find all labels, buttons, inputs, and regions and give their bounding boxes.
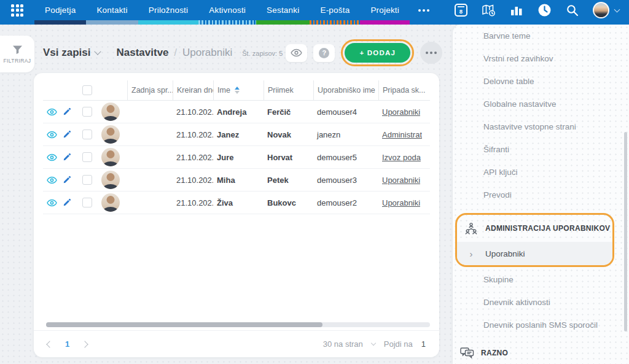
nav-tab-kontakti[interactable]: Kontakti <box>86 0 138 20</box>
more-actions-button[interactable] <box>420 42 442 64</box>
cell-first-name: Živa <box>213 192 264 214</box>
chevron-down-icon[interactable] <box>371 341 376 346</box>
group-link[interactable]: Uporabniki <box>382 176 420 185</box>
group-link[interactable]: Uporabniki <box>382 107 420 117</box>
cell-username: demouser3 <box>313 169 378 192</box>
view-selector-dropdown[interactable]: Vsi zapisi <box>43 47 100 59</box>
nav-tab-label: Kontakti <box>96 6 127 15</box>
cell-created: 21.10.202... <box>173 101 213 123</box>
next-page-icon[interactable] <box>82 341 88 347</box>
cell-last-name: Novak <box>264 123 313 146</box>
goto-page-input[interactable]: 1 <box>421 339 426 349</box>
pagination-settings: 30 na stran Pojdi na 1 <box>323 339 426 349</box>
nav-tab-podjetja[interactable]: Podjetja <box>34 0 86 20</box>
cell-created: 21.10.202... <box>173 192 213 214</box>
row-checkbox[interactable] <box>82 152 92 162</box>
table-row: 21.10.202... Jure Horvat demouser5 Izvoz… <box>43 146 430 169</box>
header-first-name[interactable]: Ime <box>213 80 264 100</box>
filter-panel-tab[interactable]: FILTRIRAJ <box>0 36 34 72</box>
selected-item-label: Uporabniki <box>485 249 525 258</box>
select-all-checkbox[interactable] <box>82 85 92 95</box>
nav-tab-label: Aktivnosti <box>209 6 246 15</box>
current-page[interactable]: 1 <box>65 339 69 349</box>
panel-scrollbar-thumb[interactable] <box>624 132 627 331</box>
admin-section-highlight: ADMINISTRACIJA UPORABNIKOV Uporabniki <box>455 213 614 267</box>
planner-icon <box>482 4 496 17</box>
row-checkbox[interactable] <box>82 198 92 207</box>
view-record-icon[interactable] <box>47 199 57 207</box>
header-last-name[interactable]: Priimek <box>264 80 313 100</box>
horizontal-scrollbar-thumb[interactable] <box>46 322 322 327</box>
sidebar-item-dnevnik-sms[interactable]: Dnevnik poslanih SMS sporočil <box>453 314 629 336</box>
edit-record-icon[interactable] <box>63 130 71 139</box>
header-username[interactable]: Uporabniško ime <box>313 80 378 100</box>
view-record-icon[interactable] <box>47 153 57 161</box>
sidebar-item-api-kljuci[interactable]: API ključi <box>453 161 629 184</box>
group-link[interactable]: Uporabniki <box>382 198 420 207</box>
view-record-icon[interactable] <box>47 176 57 184</box>
cell-username: janezn <box>313 123 378 146</box>
sidebar-item-nastavitve-vstopne-strani[interactable]: Nastavitve vstopne strani <box>453 115 629 138</box>
per-page-select[interactable]: 30 na stran <box>323 339 363 349</box>
search-icon <box>566 4 579 17</box>
add-record-button[interactable]: + DODAJ <box>345 43 410 63</box>
sidebar-item-vrstni-red-zavihkov[interactable]: Vrstni red zavihkov <box>453 47 629 70</box>
row-checkbox[interactable] <box>82 175 92 185</box>
sidebar-section-administracija-uporabnikov[interactable]: ADMINISTRACIJA UPORABNIKOV <box>457 215 612 242</box>
sidebar-item-dnevnik-aktivnosti[interactable]: Dnevnik aktivnosti <box>453 291 629 314</box>
time-tracking-button[interactable] <box>537 3 552 17</box>
sidebar-item-sifranti[interactable]: Šifranti <box>453 138 629 161</box>
nav-tab-sestanki[interactable]: Sestanki <box>256 0 310 20</box>
view-record-icon[interactable] <box>47 131 57 139</box>
cell-last-name: Petek <box>264 169 313 192</box>
header-created[interactable]: Kreiran dne <box>173 80 213 100</box>
nav-tab-label: Podjetja <box>45 6 76 15</box>
apps-grid-button[interactable] <box>0 0 34 20</box>
cell-first-name: Jure <box>213 146 264 169</box>
nav-tab-projekti[interactable]: Projekti <box>360 0 410 20</box>
row-checkbox[interactable] <box>82 107 92 117</box>
prev-page-icon[interactable] <box>46 341 53 347</box>
settings-panel: Barvne teme Vrstni red zavihkov Delovne … <box>453 25 629 364</box>
search-button[interactable] <box>566 4 579 17</box>
nav-more-tabs-button[interactable] <box>410 0 438 20</box>
group-link[interactable]: Izvoz poda <box>382 153 421 162</box>
cell-last-change <box>127 123 173 146</box>
nav-tab-underline <box>34 20 86 25</box>
records-count: Št. zapisov: 5 <box>242 50 283 57</box>
cell-created: 21.10.202... <box>173 146 213 169</box>
reports-button[interactable] <box>510 4 523 17</box>
planner-button[interactable] <box>482 4 496 17</box>
sidebar-item-uporabniki[interactable]: Uporabniki <box>457 242 612 265</box>
sidebar-section-razno[interactable]: RAZNO <box>453 341 629 364</box>
edit-record-icon[interactable] <box>63 176 71 184</box>
cell-last-change <box>127 192 173 214</box>
breadcrumb-parent[interactable]: Nastavitve <box>116 47 168 59</box>
sidebar-item-barvne-teme[interactable]: Barvne teme <box>453 25 629 47</box>
nav-tab-aktivnosti[interactable]: Aktivnosti <box>198 0 256 20</box>
sort-control[interactable] <box>235 87 240 94</box>
header-group[interactable]: Pripada sk... <box>378 80 430 100</box>
edit-record-icon[interactable] <box>63 198 71 207</box>
sidebar-item-delovne-table[interactable]: Delovne table <box>453 70 629 93</box>
table-row: 21.10.202... Janez Novak janezn Administ… <box>43 123 430 146</box>
cell-first-name: Janez <box>213 123 264 146</box>
visibility-button[interactable] <box>286 44 307 62</box>
help-button[interactable]: ? <box>313 44 335 62</box>
edit-record-icon[interactable] <box>63 153 71 161</box>
nav-tab-priloznosti[interactable]: Priložnosti <box>138 0 198 20</box>
view-record-icon[interactable] <box>47 108 57 116</box>
user-menu[interactable] <box>593 2 609 18</box>
calendar-button[interactable]: 8 <box>455 4 467 17</box>
chevron-down-icon[interactable] <box>614 7 620 13</box>
sidebar-item-globalne-nastavitve[interactable]: Globalne nastavitve <box>453 93 629 115</box>
sidebar-item-skupine[interactable]: Skupine <box>453 268 629 291</box>
horizontal-scrollbar-track[interactable] <box>46 322 430 327</box>
group-link[interactable]: Administrat <box>382 130 422 139</box>
nav-tab-eposta[interactable]: E-pošta <box>310 0 360 20</box>
calendar-day-badge: 8 <box>459 7 463 15</box>
row-checkbox[interactable] <box>82 130 92 139</box>
edit-record-icon[interactable] <box>63 107 71 116</box>
sidebar-item-prevodi[interactable]: Prevodi <box>453 184 629 206</box>
header-last-change[interactable]: Zadnja spr... <box>127 80 173 100</box>
